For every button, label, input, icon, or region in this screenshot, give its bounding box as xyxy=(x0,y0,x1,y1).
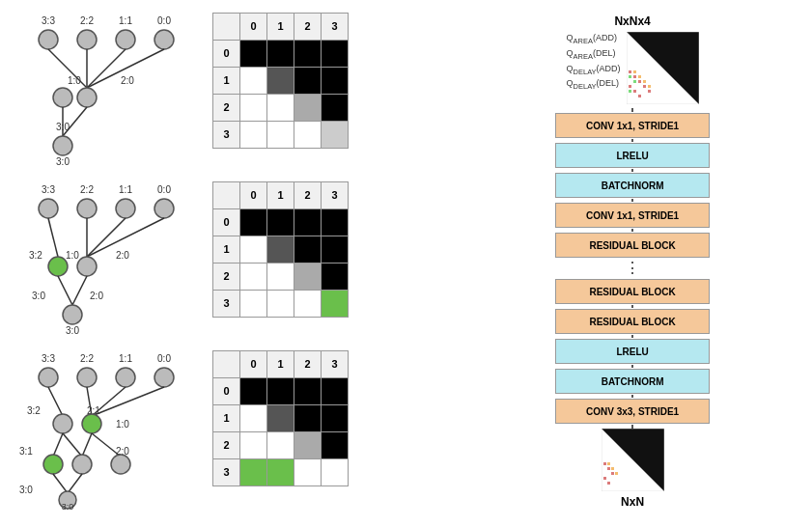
svg-line-52 xyxy=(48,387,63,416)
svg-text:0:0: 0:0 xyxy=(157,15,171,26)
svg-text:3:0: 3:0 xyxy=(66,325,79,336)
svg-text:1:0: 1:0 xyxy=(116,419,129,430)
svg-rect-101 xyxy=(615,472,618,475)
svg-point-14 xyxy=(77,88,97,107)
block-conv-3x3-stride1: CONV 3x3, STRIDE1 xyxy=(555,399,710,424)
conn1 xyxy=(631,108,633,112)
matrix-2: 0123 0 1 2 3 xyxy=(212,181,434,341)
legend-q-delay-add: QDELAY(ADD) xyxy=(567,63,621,78)
block-lrelu-bot: LRELU xyxy=(555,339,710,364)
bottom-matrix-svg xyxy=(602,429,664,491)
svg-rect-80 xyxy=(643,85,646,88)
svg-rect-87 xyxy=(643,80,646,83)
block-residual-top: RESIDUAL BLOCK xyxy=(555,233,710,258)
network-diagram: CONV 1x1, STRIDE1 LRELU BATCHNORM CONV 1… xyxy=(462,108,802,509)
svg-text:3:1: 3:1 xyxy=(19,446,33,457)
svg-point-28 xyxy=(154,199,174,218)
svg-text:2:2: 2:2 xyxy=(80,15,94,26)
svg-point-50 xyxy=(116,368,135,387)
svg-rect-88 xyxy=(648,85,651,88)
top-label: NxNx4 xyxy=(614,14,650,28)
svg-marker-75 xyxy=(627,32,699,104)
svg-rect-79 xyxy=(638,80,641,83)
row-2: 3:3 2:2 1:1 0:0 3:2 xyxy=(10,179,462,343)
svg-text:3:3: 3:3 xyxy=(42,184,55,195)
conn4 xyxy=(631,199,633,202)
right-section: NxNx4 QAREA(ADD) QAREA(DEL) QDELAY(ADD) … xyxy=(462,10,802,527)
svg-text:1:0: 1:0 xyxy=(68,75,81,86)
svg-text:0:0: 0:0 xyxy=(157,353,171,364)
svg-text:3:0: 3:0 xyxy=(56,156,70,167)
svg-point-48 xyxy=(39,368,58,387)
svg-text:2:0: 2:0 xyxy=(121,75,134,86)
svg-point-59 xyxy=(53,414,72,433)
legend-q-delay-del: QDELAY(DEL) xyxy=(567,77,621,93)
svg-rect-90 xyxy=(633,80,636,83)
svg-line-10 xyxy=(87,49,126,88)
svg-rect-100 xyxy=(611,467,614,470)
svg-point-27 xyxy=(116,199,135,218)
svg-text:3:0: 3:0 xyxy=(19,485,33,495)
svg-line-38 xyxy=(72,276,87,305)
block-batchnorm-top: BATCHNORM xyxy=(555,173,710,198)
svg-text:2:0: 2:0 xyxy=(90,291,103,301)
svg-point-34 xyxy=(48,257,68,276)
conn7 xyxy=(631,335,633,338)
svg-text:3:3: 3:3 xyxy=(42,15,55,26)
block-conv-1x1-stride1-top: CONV 1x1, STRIDE1 xyxy=(555,113,710,138)
svg-rect-98 xyxy=(607,482,610,485)
svg-text:2:2: 2:2 xyxy=(80,353,94,364)
svg-text:3:0: 3:0 xyxy=(32,291,45,301)
dots-separator: ⋮ xyxy=(625,261,640,276)
left-section: 3:3 2:2 1:1 0:0 2:0 1:0 xyxy=(10,10,462,517)
svg-rect-95 xyxy=(607,467,610,470)
block-residual-mid: RESIDUAL BLOCK xyxy=(555,279,710,304)
svg-rect-99 xyxy=(607,462,610,465)
svg-text:3:0: 3:0 xyxy=(62,502,74,510)
svg-line-70 xyxy=(53,474,68,493)
conn5 xyxy=(631,229,633,232)
svg-point-15 xyxy=(53,88,72,107)
svg-point-36 xyxy=(77,257,97,276)
svg-point-5 xyxy=(77,30,97,49)
svg-point-69 xyxy=(111,455,130,474)
svg-point-19 xyxy=(53,136,72,155)
svg-point-6 xyxy=(116,30,135,49)
conn8 xyxy=(631,365,633,368)
svg-point-67 xyxy=(43,455,63,474)
svg-rect-97 xyxy=(603,477,606,480)
row-1: 3:3 2:2 1:1 0:0 2:0 1:0 xyxy=(10,10,462,174)
svg-rect-85 xyxy=(633,70,636,73)
svg-rect-81 xyxy=(629,85,631,88)
svg-text:2:0: 2:0 xyxy=(116,250,129,261)
block-residual-bot: RESIDUAL BLOCK xyxy=(555,309,710,334)
block-lrelu-top: LRELU xyxy=(555,143,710,168)
svg-line-71 xyxy=(68,474,82,493)
svg-rect-91 xyxy=(629,90,631,93)
svg-point-60 xyxy=(82,414,101,433)
svg-line-61 xyxy=(53,433,63,457)
tree-2: 3:3 2:2 1:1 0:0 3:2 xyxy=(10,181,203,341)
top-matrix-svg xyxy=(627,32,699,104)
legend-q-area-add: QAREA(ADD) xyxy=(567,32,621,47)
svg-line-62 xyxy=(82,433,92,457)
svg-point-26 xyxy=(77,199,97,218)
svg-line-55 xyxy=(92,387,164,416)
svg-point-49 xyxy=(77,368,97,387)
svg-point-7 xyxy=(154,30,174,49)
svg-rect-78 xyxy=(633,75,636,78)
svg-rect-82 xyxy=(633,90,636,93)
svg-point-68 xyxy=(72,455,92,474)
svg-text:3:2: 3:2 xyxy=(29,250,42,261)
svg-text:1:1: 1:1 xyxy=(119,353,132,364)
svg-rect-89 xyxy=(629,75,631,78)
svg-rect-84 xyxy=(648,90,651,93)
conn2 xyxy=(631,139,633,142)
svg-rect-77 xyxy=(629,70,631,73)
svg-text:1:0: 1:0 xyxy=(66,250,79,261)
conn3 xyxy=(631,169,633,172)
main-container: 3:3 2:2 1:1 0:0 2:0 1:0 xyxy=(0,0,812,527)
svg-rect-83 xyxy=(638,95,641,97)
bottom-label: NxN xyxy=(621,495,644,509)
block-batchnorm-bot: BATCHNORM xyxy=(555,369,710,394)
